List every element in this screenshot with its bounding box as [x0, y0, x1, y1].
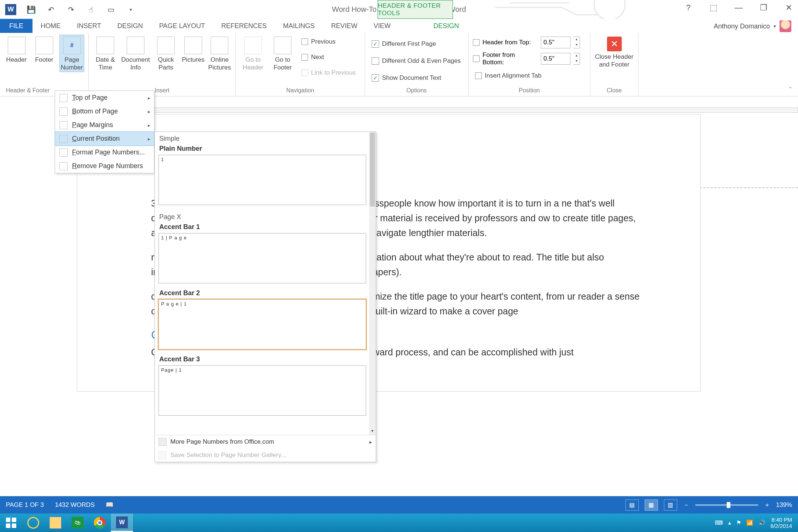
- gallery-scrollbar[interactable]: ▴ ▾: [369, 132, 376, 435]
- help-icon[interactable]: ?: [683, 2, 694, 13]
- account-avatar[interactable]: [780, 20, 791, 32]
- tab-mailings[interactable]: MAILINGS: [275, 19, 323, 33]
- tab-home[interactable]: HOME: [33, 19, 69, 33]
- group-label-close: Close: [595, 86, 634, 96]
- more-page-numbers-office[interactable]: More Page Numbers from Office.com▸: [155, 435, 376, 449]
- insert-alignment-tab-button[interactable]: Insert Alignment Tab: [473, 69, 580, 82]
- save-selection-to-gallery: Save Selection to Page Number Gallery...: [155, 449, 376, 462]
- online-pictures-button[interactable]: Online Pictures: [208, 35, 231, 72]
- menu-bottom-of-page[interactable]: Bottom of Page▸: [55, 105, 154, 118]
- collapse-ribbon-icon[interactable]: ˄: [789, 86, 792, 94]
- show-document-text-checkbox[interactable]: ✓Show Document Text: [369, 71, 463, 85]
- tab-page-layout[interactable]: PAGE LAYOUT: [151, 19, 213, 33]
- next-section-button[interactable]: Next: [299, 51, 358, 64]
- view-web-layout-icon[interactable]: ▥: [664, 499, 677, 511]
- gallery-item-plain-number[interactable]: 1: [158, 155, 366, 205]
- scroll-down-icon[interactable]: ▾: [369, 428, 376, 435]
- svg-point-0: [594, 0, 625, 19]
- taskbar-explorer-icon[interactable]: [44, 514, 66, 532]
- gallery-item-accent-bar-1[interactable]: 1 | P a g e: [158, 233, 366, 283]
- previous-section-button[interactable]: Previous: [299, 35, 358, 48]
- page-number-gallery: Simple Plain Number 1 Page X Accent Bar …: [154, 132, 376, 462]
- zoom-out-icon[interactable]: －: [683, 501, 689, 509]
- word-app-icon[interactable]: W: [5, 4, 16, 15]
- view-print-layout-icon[interactable]: ▦: [645, 499, 658, 511]
- tray-network-icon[interactable]: 📶: [746, 519, 753, 526]
- gallery-category-page-x: Page X: [155, 210, 376, 222]
- gallery-item-accent-bar-2[interactable]: P a g e | 1: [158, 299, 366, 349]
- taskbar-chrome-icon[interactable]: [89, 514, 111, 532]
- group-label-options: Options: [369, 86, 464, 96]
- goto-footer-button[interactable]: Go to Footer: [270, 35, 296, 72]
- close-header-footer-button[interactable]: ✕Close Header and Footer: [595, 35, 634, 69]
- tray-show-hidden-icon[interactable]: ▴: [728, 519, 731, 526]
- qat-screen-icon[interactable]: ▭: [106, 4, 116, 15]
- gallery-item-accent-bar-3-label: Accent Bar 3: [155, 355, 376, 364]
- document-info-button[interactable]: Document Info: [121, 35, 150, 72]
- minimize-icon[interactable]: —: [733, 2, 744, 13]
- horizontal-ruler[interactable]: [77, 108, 798, 113]
- qat-customize-icon[interactable]: ▾: [126, 4, 136, 15]
- tab-insert[interactable]: INSERT: [69, 19, 109, 33]
- page-number-menu: Top of Page▸ Bottom of Page▸ Page Margin…: [55, 91, 154, 173]
- tab-references[interactable]: REFERENCES: [213, 19, 275, 33]
- date-time-button[interactable]: Date & Time: [93, 35, 117, 72]
- svg-rect-2: [12, 518, 16, 522]
- context-tab-header-footer-tools[interactable]: HEADER & FOOTER TOOLS: [378, 0, 453, 19]
- qat-redo-icon[interactable]: ↷: [66, 4, 76, 15]
- menu-current-position[interactable]: Current Position▸: [55, 132, 154, 146]
- start-button[interactable]: [0, 514, 22, 532]
- tray-volume-icon[interactable]: 🔊: [758, 519, 765, 526]
- different-first-page-checkbox[interactable]: ✓Different First Page: [369, 37, 463, 51]
- header-from-top-spinner[interactable]: Header from Top:0.5"▴▾: [473, 37, 580, 48]
- different-odd-even-checkbox[interactable]: Different Odd & Even Pages: [369, 54, 463, 68]
- goto-header-button[interactable]: Go to Header: [240, 35, 266, 72]
- close-x-icon: ✕: [607, 37, 622, 51]
- taskbar-word-icon[interactable]: W: [111, 514, 133, 532]
- tab-view[interactable]: VIEW: [365, 19, 399, 33]
- group-label-position: Position: [473, 86, 586, 96]
- account-name[interactable]: Anthony Domanico: [714, 23, 770, 30]
- status-page[interactable]: PAGE 1 OF 3: [6, 501, 44, 509]
- tab-review[interactable]: REVIEW: [323, 19, 365, 33]
- gallery-item-accent-bar-3[interactable]: Page | 1: [158, 365, 366, 416]
- zoom-in-icon[interactable]: ＋: [764, 501, 770, 509]
- ribbon-options-icon[interactable]: ⬚: [708, 2, 719, 13]
- tray-flag-icon[interactable]: ⚑: [736, 519, 741, 526]
- header-button[interactable]: Header: [4, 35, 28, 64]
- tab-context-design[interactable]: DESIGN: [425, 19, 467, 33]
- gallery-category-simple: Simple: [155, 132, 376, 144]
- menu-format-page-numbers[interactable]: Format Page Numbers...: [55, 146, 154, 159]
- page-number-button[interactable]: #Page Number: [60, 35, 84, 72]
- taskbar-ie-icon[interactable]: [22, 514, 44, 532]
- view-read-mode-icon[interactable]: ▤: [625, 499, 639, 511]
- tray-clock[interactable]: 8:40 PM 8/2/2014: [771, 516, 792, 529]
- close-icon[interactable]: ✕: [783, 2, 794, 13]
- footer-from-bottom-spinner[interactable]: Footer from Bottom:0.5"▴▾: [473, 51, 580, 66]
- gallery-item-accent-bar-2-label: Accent Bar 2: [155, 289, 376, 298]
- zoom-level[interactable]: 139%: [776, 501, 792, 509]
- menu-remove-page-numbers[interactable]: Remove Page Numbers: [55, 159, 154, 173]
- scroll-thumb[interactable]: [370, 133, 375, 207]
- qat-save-icon[interactable]: 💾: [26, 4, 36, 15]
- tab-design[interactable]: DESIGN: [109, 19, 151, 33]
- qat-touch-icon[interactable]: ☝︎: [86, 4, 96, 15]
- link-to-previous-button: Link to Previous: [299, 66, 358, 79]
- gallery-item-plain-number-label: Plain Number: [155, 144, 376, 153]
- zoom-slider[interactable]: [695, 504, 758, 506]
- status-proofing-icon[interactable]: 📖: [106, 501, 113, 509]
- menu-page-margins[interactable]: Page Margins▸: [55, 118, 154, 132]
- gallery-item-accent-bar-1-label: Accent Bar 1: [155, 222, 376, 232]
- pictures-button[interactable]: Pictures: [182, 35, 204, 64]
- qat-undo-icon[interactable]: ↶: [46, 4, 56, 15]
- tray-keyboard-icon[interactable]: ⌨: [715, 519, 723, 526]
- svg-rect-3: [6, 524, 10, 528]
- group-label-navigation: Navigation: [240, 86, 360, 96]
- taskbar-store-icon[interactable]: 🛍: [66, 514, 89, 532]
- menu-top-of-page[interactable]: Top of Page▸: [55, 91, 154, 105]
- footer-button[interactable]: Footer: [32, 35, 56, 64]
- status-words[interactable]: 1432 WORDS: [55, 501, 95, 509]
- restore-icon[interactable]: ❐: [758, 2, 769, 13]
- tab-file[interactable]: FILE: [0, 19, 33, 33]
- quick-parts-button[interactable]: Quick Parts: [154, 35, 178, 72]
